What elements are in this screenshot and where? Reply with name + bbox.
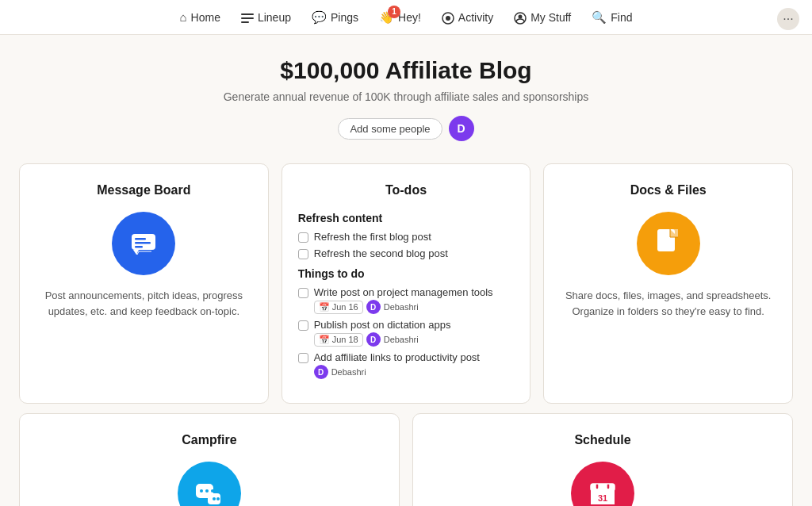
todo-label: Publish post on dictation apps [314, 319, 451, 331]
svg-point-6 [519, 14, 523, 18]
svg-rect-25 [591, 484, 615, 491]
page-title: $100,000 Affiliate Blog [13, 57, 799, 84]
message-board-icon [112, 212, 175, 275]
nav-item-lineup[interactable]: Lineup [233, 6, 299, 29]
todo-checkbox[interactable] [298, 232, 308, 243]
svg-point-19 [213, 497, 216, 500]
docs-icon-wrap[interactable] [560, 212, 776, 275]
todo-checkbox[interactable] [298, 320, 308, 331]
svg-rect-0 [241, 13, 254, 15]
todos-card: To-dos Refresh content Refresh the first… [282, 163, 531, 404]
todo-item: Publish post on dictation apps 📅 Jun 18 … [298, 319, 515, 347]
nav-item-home[interactable]: ⌂ Home [172, 6, 228, 29]
nav-item-mystuff[interactable]: My Stuff [506, 5, 579, 29]
todo-checkbox[interactable] [298, 353, 308, 363]
main-grid: Message Board Post announcements, pitch … [0, 154, 812, 413]
nav-label-find: Find [611, 11, 632, 24]
nav-label-activity: Activity [458, 11, 493, 24]
todo-assignee-avatar: D [366, 332, 381, 347]
todo-item: Add affiliate links to productivity post… [298, 351, 515, 379]
docs-icon [637, 212, 700, 275]
todo-checkbox[interactable] [298, 288, 308, 298]
more-dots-icon: ··· [783, 12, 793, 26]
todo-assignee-avatar: D [366, 300, 381, 314]
todo-meta: 📅 Jun 16 D Debashri [314, 300, 493, 314]
todos-section-things: Things to do [298, 267, 515, 280]
todo-content: Write post on project managemen tools 📅 … [314, 286, 493, 314]
todos-section-refresh: Refresh content [298, 212, 515, 224]
campfire-icon [178, 462, 241, 506]
nav-label-pings: Pings [331, 11, 358, 24]
home-icon: ⌂ [180, 10, 187, 24]
schedule-icon-wrap[interactable]: 31 [429, 462, 776, 506]
nav-label-hey: Hey! [398, 11, 421, 24]
lineup-icon [241, 10, 254, 24]
people-row: Add some people D [13, 116, 799, 141]
svg-rect-9 [135, 242, 151, 244]
activity-icon [442, 10, 454, 24]
svg-point-4 [446, 16, 450, 21]
bottom-grid: Campfire Chat casually with the group, a… [0, 413, 812, 506]
message-board-title: Message Board [36, 183, 252, 197]
page-subtitle: Generate annual revenue of 100K through … [13, 90, 799, 103]
svg-rect-10 [135, 246, 143, 248]
message-board-desc: Post announcements, pitch ideas, progres… [36, 288, 252, 319]
nav-item-hey[interactable]: 👋 1 Hey! [371, 6, 429, 29]
svg-point-16 [205, 489, 209, 493]
docs-files-desc: Share docs, files, images, and spreadshe… [560, 288, 776, 319]
pings-icon: 💬 [312, 10, 327, 25]
todo-assignee-name: Debashri [384, 335, 419, 344]
todo-assignee-name: Debashri [384, 302, 419, 312]
todo-date: 📅 Jun 18 [314, 333, 363, 347]
todo-item: Write post on project managemen tools 📅 … [298, 286, 515, 314]
avatar[interactable]: D [449, 116, 474, 141]
todo-assignee-avatar: D [314, 365, 328, 379]
todo-content: Publish post on dictation apps 📅 Jun 18 … [314, 319, 451, 347]
find-icon: 🔍 [592, 10, 607, 25]
nav-label-mystuff: My Stuff [530, 11, 571, 24]
docs-files-card: Docs & Files Share docs, files, images, … [543, 163, 793, 404]
todo-date-label: Jun 18 [332, 335, 358, 344]
message-board-icon-wrap[interactable] [36, 212, 252, 275]
todo-checkbox[interactable] [298, 249, 308, 259]
svg-point-15 [200, 489, 203, 493]
todo-meta: 📅 Jun 18 D Debashri [314, 332, 451, 347]
add-people-button[interactable]: Add some people [338, 118, 442, 140]
svg-rect-13 [670, 229, 678, 237]
hey-badge: 1 [388, 6, 400, 18]
mystuff-icon [514, 10, 527, 24]
campfire-icon-wrap[interactable] [36, 462, 383, 506]
svg-rect-2 [241, 21, 249, 23]
calendar-icon: 📅 [319, 335, 330, 345]
nav-label-home: Home [191, 11, 220, 24]
campfire-title: Campfire [36, 433, 383, 447]
svg-rect-8 [135, 238, 146, 240]
svg-rect-1 [241, 17, 254, 19]
docs-files-title: Docs & Files [560, 183, 776, 197]
svg-point-17 [211, 489, 214, 493]
todo-assignee-name: Debashri [331, 367, 366, 377]
schedule-card: Schedule 31 There are no upcoming events… [412, 413, 793, 506]
svg-point-20 [216, 497, 220, 500]
nav-item-find[interactable]: 🔍 Find [584, 6, 640, 29]
todo-item: Refresh the second blog post [298, 247, 515, 259]
todo-label: Refresh the first blog post [314, 231, 431, 243]
todos-title: To-dos [298, 183, 515, 197]
todo-date-label: Jun 16 [332, 302, 358, 312]
todo-item: Refresh the first blog post [298, 231, 515, 243]
todo-meta: D Debashri [314, 365, 480, 379]
svg-text:31: 31 [598, 493, 607, 503]
todo-date: 📅 Jun 16 [314, 301, 363, 314]
todo-label: Add affiliate links to productivity post [314, 351, 480, 363]
campfire-card: Campfire Chat casually with the group, a… [19, 413, 400, 506]
schedule-icon: 31 [571, 462, 634, 506]
todo-label: Write post on project managemen tools [314, 286, 493, 298]
nav-item-activity[interactable]: Activity [434, 5, 501, 29]
hey-icon: 👋 1 [379, 10, 394, 25]
schedule-title: Schedule [429, 433, 776, 447]
page-header: $100,000 Affiliate Blog Generate annual … [0, 35, 812, 154]
nav-item-pings[interactable]: 💬 Pings [304, 6, 366, 29]
todo-label: Refresh the second blog post [314, 247, 448, 259]
nav-more-button[interactable]: ··· [777, 8, 799, 30]
navigation-wrapper: ⌂ Home Lineup 💬 Pings 👋 1 Hey! [0, 0, 812, 35]
